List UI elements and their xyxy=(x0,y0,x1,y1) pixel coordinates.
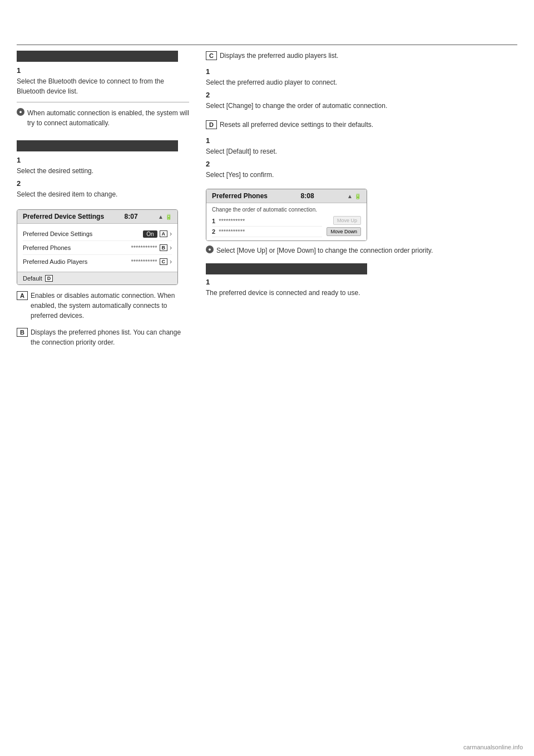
section2-step2-label: 2 xyxy=(17,179,189,188)
label-c-detail1-text: Select the preferred audio player to con… xyxy=(206,77,517,87)
screen-row-preferred-audio-players: Preferred Audio Players *********** C › xyxy=(23,255,172,268)
label-a-text: Enables or disables automatic connection… xyxy=(31,291,189,321)
arrow-b: › xyxy=(170,244,172,252)
label-b-text: Displays the preferred phones list. You … xyxy=(31,327,189,347)
label-d-row: D Resets all preferred device settings t… xyxy=(206,120,517,132)
screen-row-preferred-device-settings: Preferred Device Settings On A › xyxy=(23,227,172,241)
badge-a: A xyxy=(160,230,168,237)
label-box-c: C xyxy=(206,51,217,60)
label-c-detail2-num: 2 xyxy=(206,91,517,99)
screen-title: Preferred Device Settings xyxy=(23,213,104,220)
label-c-section: C Displays the preferred audio players l… xyxy=(206,51,517,111)
phones-bullet-text: Select [Move Up] or [Move Down] to chang… xyxy=(216,246,433,256)
phones-list-row-1: 1 *********** xyxy=(212,216,322,227)
screen-footer: Default D xyxy=(17,272,177,284)
section2-step1-text: Select the desired setting. xyxy=(17,166,189,176)
label-c-text: Displays the preferred audio players lis… xyxy=(220,51,338,61)
screen-row-preferred-phones: Preferred Phones *********** B › xyxy=(23,241,172,255)
phones-bullet-row: ● Select [Move Up] or [Move Down] to cha… xyxy=(206,246,517,258)
phones-list-row-2: 2 *********** xyxy=(212,227,322,237)
section1-step1-text: Select the Bluetooth device to connect t… xyxy=(17,76,189,96)
screen-row-label-b: Preferred Phones xyxy=(23,244,71,251)
screen-time: 8:07 xyxy=(125,213,138,220)
phone-num-1: 1 xyxy=(212,218,215,224)
footer-site: carmanualsonline.info xyxy=(463,744,523,750)
label-box-b: B xyxy=(17,328,28,337)
section1-step1-label: 1 xyxy=(17,66,189,75)
screen-row-badge-b: *********** B › xyxy=(131,244,172,252)
screen-row-value-c: *********** xyxy=(131,258,157,265)
label-d-section: D Resets all preferred device settings t… xyxy=(206,120,517,180)
screen-row-value-b: *********** xyxy=(131,244,157,251)
section-1: 1 Select the Bluetooth device to connect… xyxy=(17,51,189,130)
move-down-button[interactable]: Move Down xyxy=(327,227,361,236)
section2-step2-text: Select the desired item to change. xyxy=(17,189,189,199)
section1-divider-row: ● When automatic connection is enabled, … xyxy=(17,108,189,130)
move-up-button[interactable]: Move Up xyxy=(333,216,361,225)
signal-icon: ▲ xyxy=(158,214,164,220)
section-2: 1 Select the desired setting. 2 Select t… xyxy=(17,140,189,199)
phones-screen-time: 8:08 xyxy=(301,192,314,200)
preferred-device-settings-screen: Preferred Device Settings 8:07 ▲ 🔋 Prefe… xyxy=(17,209,178,285)
left-column: 1 Select the Bluetooth device to connect… xyxy=(17,51,189,354)
label-c-detail1-num: 1 xyxy=(206,67,517,76)
section2-step1-label: 1 xyxy=(17,156,189,164)
phones-circle-bullet: ● xyxy=(206,246,214,253)
screen-row-badge-c: *********** C › xyxy=(131,258,172,266)
label-d-sub2-num: 2 xyxy=(206,160,517,168)
preferred-phones-screen: Preferred Phones 8:08 ▲ 🔋 Change the ord… xyxy=(206,189,367,241)
phones-screen-title: Preferred Phones xyxy=(212,192,268,200)
arrow-c: › xyxy=(170,258,172,266)
screen-body: Preferred Device Settings On A › Preferr… xyxy=(17,224,177,272)
label-a-row: A Enables or disables automatic connecti… xyxy=(17,291,189,323)
label-d-sub2-text: Select [Yes] to confirm. xyxy=(206,170,517,180)
section3-step1-text: The preferred device is connected and re… xyxy=(206,288,517,298)
label-c-row: C Displays the preferred audio players l… xyxy=(206,51,517,63)
label-b-row: B Displays the preferred phones list. Yo… xyxy=(17,327,189,350)
circle-bullet-1: ● xyxy=(17,108,24,116)
top-divider xyxy=(17,45,517,45)
section3-header-bar xyxy=(206,263,367,274)
badge-c: C xyxy=(160,258,168,265)
phone-num-2: 2 xyxy=(212,228,215,235)
right-column: C Displays the preferred audio players l… xyxy=(206,51,517,354)
section3-step1-label: 1 xyxy=(206,278,517,286)
battery-icon: 🔋 xyxy=(165,214,172,220)
label-d-sub1-num: 1 xyxy=(206,136,517,145)
label-d-text: Resets all preferred device settings to … xyxy=(220,120,373,130)
page: 1 Select the Bluetooth device to connect… xyxy=(0,0,534,756)
screen-footer-label: Default xyxy=(23,275,42,282)
section2-header-bar xyxy=(17,140,178,151)
section1-divider-text: When automatic connection is enabled, th… xyxy=(27,108,189,128)
screen-row-label-a: Preferred Device Settings xyxy=(23,230,92,237)
phones-screen-header: Preferred Phones 8:08 ▲ 🔋 xyxy=(206,189,367,203)
arrow-a: › xyxy=(170,230,172,238)
footer-watermark: carmanualsonline.info xyxy=(463,744,523,750)
screen-footer-badge: D xyxy=(45,275,53,282)
screen-header: Preferred Device Settings 8:07 ▲ 🔋 xyxy=(17,210,177,224)
phone-value-1: *********** xyxy=(219,218,322,224)
phones-battery-icon: 🔋 xyxy=(354,193,361,199)
screen-icons: ▲ 🔋 xyxy=(158,214,172,220)
screen-row-label-c: Preferred Audio Players xyxy=(23,258,87,265)
phones-body: Change the order of automatic connection… xyxy=(206,203,367,240)
section1-header-bar xyxy=(17,51,178,62)
phones-screen-icons: ▲ 🔋 xyxy=(347,193,361,199)
label-c-detail2-text: Select [Change] to change the order of a… xyxy=(206,101,517,111)
badge-b: B xyxy=(160,244,168,251)
phones-signal-icon: ▲ xyxy=(347,193,353,199)
phones-description: Change the order of automatic connection… xyxy=(212,207,361,213)
main-content: 1 Select the Bluetooth device to connect… xyxy=(17,51,517,354)
label-box-d: D xyxy=(206,120,217,129)
phone-value-2: *********** xyxy=(219,228,322,235)
screen-row-badge-a: On A › xyxy=(143,230,172,238)
label-box-a: A xyxy=(17,291,28,300)
section1-divider xyxy=(17,102,189,102)
toggle-on-a: On xyxy=(143,230,157,238)
label-d-sub1-text: Select [Default] to reset. xyxy=(206,146,517,156)
